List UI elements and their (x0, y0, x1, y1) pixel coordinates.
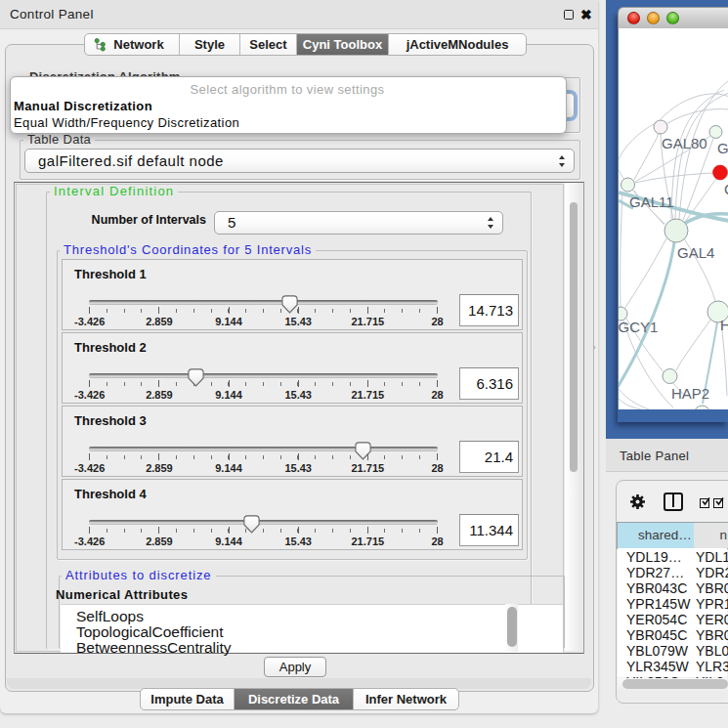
svg-text:HAP2: HAP2 (671, 385, 709, 402)
svg-text:GA: GA (717, 140, 728, 156)
svg-text:H: H (720, 317, 728, 333)
svg-text:GAL11: GAL11 (629, 193, 674, 210)
svg-text:GAL80: GAL80 (662, 135, 707, 151)
svg-text:GCY1: GCY1 (619, 319, 658, 335)
svg-text:GAL4: GAL4 (677, 244, 714, 261)
svg-text:C: C (724, 181, 728, 197)
